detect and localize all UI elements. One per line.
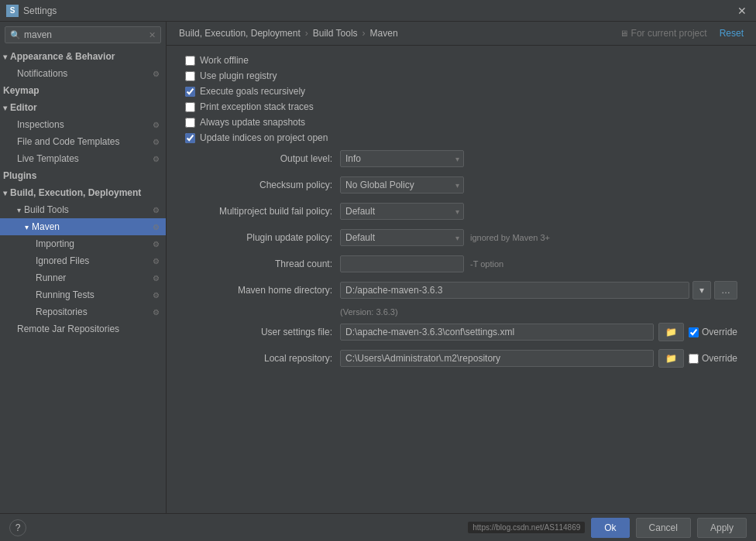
maven-version: (Version: 3.6.3)	[185, 307, 737, 317]
sidebar-config-icon-importing: ⚙	[153, 240, 160, 248]
search-input[interactable]	[24, 29, 149, 40]
breadcrumb-bar: Build, Execution, Deployment › Build Too…	[167, 22, 756, 46]
close-button[interactable]: ✕	[734, 5, 750, 17]
checksum-policy-row: Checksum policy: No Global Policy Fail W…	[185, 176, 737, 194]
apply-button[interactable]: Apply	[697, 518, 747, 538]
sidebar-item-appearance[interactable]: ▾Appearance & Behavior	[0, 48, 166, 65]
maven-home-dropdown-btn[interactable]: ▾	[692, 281, 711, 300]
multiproject-select[interactable]: Default Never At End After N Failures	[340, 203, 464, 220]
sidebar-item-keymap[interactable]: Keymap	[0, 82, 166, 99]
plugin-update-row: Plugin update policy: Default Always Nev…	[185, 228, 737, 247]
user-settings-override-checkbox[interactable]	[689, 327, 699, 337]
sidebar-item-runner[interactable]: Runner ⚙	[0, 269, 166, 286]
user-settings-input[interactable]	[340, 324, 654, 341]
sidebar-item-live-templates[interactable]: Live Templates ⚙	[0, 150, 166, 167]
checkbox-print-exception: Print exception stack traces	[185, 101, 737, 112]
checkbox-plugin-registry: Use plugin registry	[185, 70, 737, 81]
plugin-update-label: Plugin update policy:	[185, 232, 340, 243]
execute-goals-checkbox[interactable]	[185, 87, 195, 97]
maven-home-label: Maven home directory:	[185, 285, 340, 296]
multiproject-label: Multiproject build fail policy:	[185, 206, 340, 217]
title-bar: S Settings ✕	[0, 0, 756, 22]
sidebar-config-icon-ignored: ⚙	[153, 257, 160, 265]
sidebar-item-ignored-files[interactable]: Ignored Files ⚙	[0, 252, 166, 269]
breadcrumb-part-1[interactable]: Build, Execution, Deployment	[179, 28, 301, 39]
url-badge: https://blog.csdn.net/AS114869	[468, 522, 585, 533]
sidebar-item-build-execution[interactable]: ▾Build, Execution, Deployment	[0, 184, 166, 201]
maven-home-input[interactable]	[340, 282, 689, 299]
breadcrumb-part-2[interactable]: Build Tools	[313, 28, 358, 39]
project-scope: 🖥 For current project	[620, 28, 707, 39]
breadcrumb-sep-2: ›	[363, 28, 366, 39]
checkbox-work-offline: Work offline	[185, 55, 737, 66]
expand-arrow-editor: ▾	[3, 104, 7, 112]
user-settings-override: Override	[689, 327, 737, 337]
expand-arrow: ▾	[3, 53, 7, 61]
expand-arrow-build: ▾	[3, 189, 7, 197]
thread-count-hint: -T option	[470, 259, 503, 269]
plugin-update-select[interactable]: Default Always Never	[340, 229, 464, 246]
help-button[interactable]: ?	[9, 519, 26, 536]
project-icon: 🖥	[620, 29, 628, 38]
thread-count-input[interactable]	[340, 255, 464, 272]
sidebar-item-repositories[interactable]: Repositories ⚙	[0, 303, 166, 320]
checkbox-execute-goals: Execute goals recursively	[185, 86, 737, 97]
reset-button[interactable]: Reset	[720, 28, 744, 39]
local-repo-browse-btn[interactable]: 📁	[658, 349, 684, 368]
sidebar-config-icon-runner: ⚙	[153, 274, 160, 282]
plugin-registry-checkbox[interactable]	[185, 71, 195, 81]
update-indices-checkbox[interactable]	[185, 133, 195, 143]
ok-button[interactable]: Ok	[591, 518, 629, 538]
output-level-control: Info Debug Quiet ▾	[340, 150, 737, 167]
sidebar-item-notifications[interactable]: Notifications ⚙	[0, 65, 166, 82]
checksum-policy-select[interactable]: No Global Policy Fail Warn Ignore	[340, 176, 464, 193]
user-settings-label: User settings file:	[185, 327, 340, 337]
sidebar-item-editor[interactable]: ▾Editor	[0, 99, 166, 116]
main-container: 🔍 ✕ ▾Appearance & Behavior Notifications…	[0, 22, 756, 513]
checksum-policy-dropdown-wrapper: No Global Policy Fail Warn Ignore ▾	[340, 176, 464, 193]
output-level-select[interactable]: Info Debug Quiet	[340, 150, 464, 167]
breadcrumb-right: 🖥 For current project Reset	[620, 28, 744, 39]
local-repo-override-checkbox[interactable]	[689, 354, 699, 364]
sidebar-item-plugins[interactable]: Plugins	[0, 167, 166, 184]
sidebar-config-icon-maven: ⚙	[153, 223, 160, 231]
sidebar-item-file-code-templates[interactable]: File and Code Templates ⚙	[0, 133, 166, 150]
local-repo-override-label: Override	[702, 353, 737, 364]
cancel-button[interactable]: Cancel	[636, 518, 691, 538]
output-level-dropdown-wrapper: Info Debug Quiet ▾	[340, 150, 464, 167]
sidebar-item-maven[interactable]: ▾Maven ⚙	[0, 218, 166, 235]
print-exception-checkbox[interactable]	[185, 102, 195, 112]
always-update-checkbox[interactable]	[185, 118, 195, 128]
sidebar-item-running-tests[interactable]: Running Tests ⚙	[0, 286, 166, 303]
local-repo-label: Local repository:	[185, 353, 340, 364]
multiproject-row: Multiproject build fail policy: Default …	[185, 202, 737, 221]
breadcrumb-sep-1: ›	[305, 28, 308, 39]
plugin-registry-label: Use plugin registry	[200, 70, 277, 81]
sidebar: 🔍 ✕ ▾Appearance & Behavior Notifications…	[0, 22, 167, 513]
multiproject-control: Default Never At End After N Failures ▾	[340, 203, 737, 220]
plugin-update-control: Default Always Never ▾ ignored by Maven …	[340, 229, 737, 246]
always-update-label: Always update snapshots	[200, 117, 305, 128]
local-repo-input[interactable]	[340, 350, 654, 367]
output-level-label: Output level:	[185, 153, 340, 164]
maven-home-row: Maven home directory: ▾ …	[185, 281, 737, 300]
checksum-policy-label: Checksum policy:	[185, 180, 340, 190]
search-clear-icon[interactable]: ✕	[149, 30, 156, 40]
sidebar-config-icon-runtests: ⚙	[153, 291, 160, 300]
work-offline-checkbox[interactable]	[185, 56, 195, 66]
bottom-bar: ? https://blog.csdn.net/AS114869 Ok Canc…	[0, 513, 756, 541]
user-settings-control: 📁 Override	[340, 323, 737, 341]
maven-home-browse-btn[interactable]: …	[714, 281, 737, 300]
sidebar-item-importing[interactable]: Importing ⚙	[0, 235, 166, 252]
checkbox-update-indices: Update indices on project open	[185, 132, 737, 143]
sidebar-item-remote-jar[interactable]: Remote Jar Repositories	[0, 320, 166, 337]
checkboxes-section: Work offline Use plugin registry Execute…	[185, 55, 737, 143]
checkbox-always-update: Always update snapshots	[185, 117, 737, 128]
user-settings-browse-btn[interactable]: 📁	[658, 323, 684, 341]
sidebar-item-build-tools[interactable]: ▾Build Tools ⚙	[0, 201, 166, 218]
sidebar-config-icon-inspections: ⚙	[153, 121, 160, 129]
thread-count-label: Thread count:	[185, 259, 340, 269]
sidebar-item-inspections[interactable]: Inspections ⚙	[0, 116, 166, 133]
print-exception-label: Print exception stack traces	[200, 101, 314, 112]
expand-arrow-maven: ▾	[25, 223, 29, 231]
